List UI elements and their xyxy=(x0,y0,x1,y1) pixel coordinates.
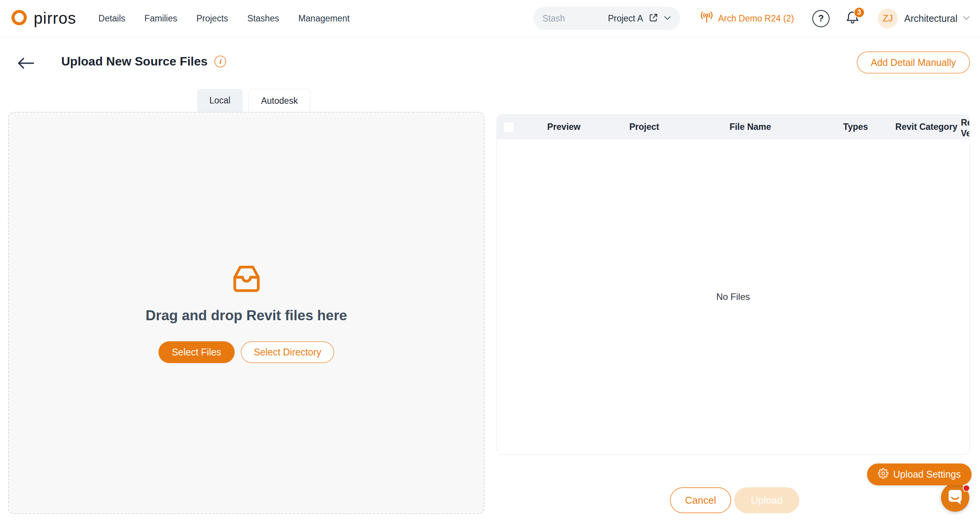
tab-autodesk[interactable]: Autodesk xyxy=(248,89,310,112)
files-table-body: No Files xyxy=(497,139,969,454)
add-detail-manually-button[interactable]: Add Detail Manually xyxy=(857,51,970,74)
upload-settings-label: Upload Settings xyxy=(893,469,961,480)
nav-item-management[interactable]: Management xyxy=(298,13,350,24)
stash-search-pill: Project A xyxy=(533,7,680,30)
gear-icon xyxy=(878,468,889,481)
file-dropzone[interactable]: Drag and drop Revit files here Select Fi… xyxy=(8,112,485,514)
column-header-types: Types xyxy=(819,122,892,132)
select-directory-button[interactable]: Select Directory xyxy=(241,341,334,363)
top-navigation-bar: pirros Details Families Projects Stashes… xyxy=(0,0,980,37)
dropzone-heading: Drag and drop Revit files here xyxy=(145,308,347,324)
notification-count-badge: 3 xyxy=(854,7,865,18)
back-button[interactable] xyxy=(16,57,35,71)
chat-bubble-icon xyxy=(947,488,964,507)
nav-item-stashes[interactable]: Stashes xyxy=(247,13,279,24)
user-avatar[interactable]: ZJ xyxy=(878,8,898,28)
column-header-project: Project xyxy=(607,122,681,132)
column-header-revit-version: Revit Version xyxy=(961,116,970,138)
nav-item-details[interactable]: Details xyxy=(98,13,125,24)
select-all-checkbox[interactable] xyxy=(503,121,514,133)
empty-state-text: No Files xyxy=(716,291,750,302)
project-selector-value: Project A xyxy=(608,13,643,24)
help-icon[interactable]: ? xyxy=(812,10,830,27)
notifications-button[interactable]: 3 xyxy=(845,10,860,27)
main-nav: Details Families Projects Stashes Manage… xyxy=(98,13,350,24)
pirros-logo[interactable]: pirros xyxy=(10,8,76,28)
select-all-cell xyxy=(497,121,521,133)
cancel-button[interactable]: Cancel xyxy=(670,487,731,513)
tab-local[interactable]: Local xyxy=(197,89,243,112)
pirros-wordmark: pirros xyxy=(34,9,76,28)
bell-icon xyxy=(845,20,860,26)
chat-unread-dot xyxy=(963,485,970,492)
avatar-initials: ZJ xyxy=(883,13,893,24)
source-tabs: Local Autodesk xyxy=(197,89,310,112)
workspace-selector[interactable]: Architectural xyxy=(904,13,970,24)
pirros-logo-icon xyxy=(10,8,28,28)
upload-settings-button[interactable]: Upload Settings xyxy=(867,463,972,485)
workspace-name: Architectural xyxy=(904,13,957,24)
column-header-preview: Preview xyxy=(521,122,607,132)
column-header-revit-category: Revit Category xyxy=(892,122,961,132)
broadcast-icon xyxy=(700,11,713,25)
workspace-chevron-down-icon xyxy=(963,15,970,22)
topbar-right-group: Project A xyxy=(533,7,970,30)
dropzone-buttons: Select Files Select Directory xyxy=(158,341,335,363)
live-session-label: Arch Demo R24 (2) xyxy=(718,13,794,24)
nav-item-projects[interactable]: Projects xyxy=(196,13,228,24)
page-title: Upload New Source Files xyxy=(61,54,207,69)
files-table-panel: Preview Project File Name Types Revit Ca… xyxy=(497,114,970,455)
inbox-tray-icon xyxy=(230,263,263,296)
files-table-header: Preview Project File Name Types Revit Ca… xyxy=(497,115,969,139)
nav-item-families[interactable]: Families xyxy=(144,13,177,24)
open-project-icon[interactable] xyxy=(648,13,658,24)
page-title-row: Upload New Source Files i xyxy=(61,54,226,69)
stash-search-input[interactable] xyxy=(542,13,596,24)
live-session-link[interactable]: Arch Demo R24 (2) xyxy=(700,11,794,25)
upload-button[interactable]: Upload xyxy=(734,487,799,513)
project-chevron-down-icon[interactable] xyxy=(664,15,671,22)
project-selector[interactable]: Project A xyxy=(608,13,671,24)
select-files-button[interactable]: Select Files xyxy=(158,341,235,363)
column-header-file-name: File Name xyxy=(681,122,819,132)
upload-source-files-page: pirros Details Families Projects Stashes… xyxy=(0,0,980,524)
info-icon[interactable]: i xyxy=(214,56,226,67)
